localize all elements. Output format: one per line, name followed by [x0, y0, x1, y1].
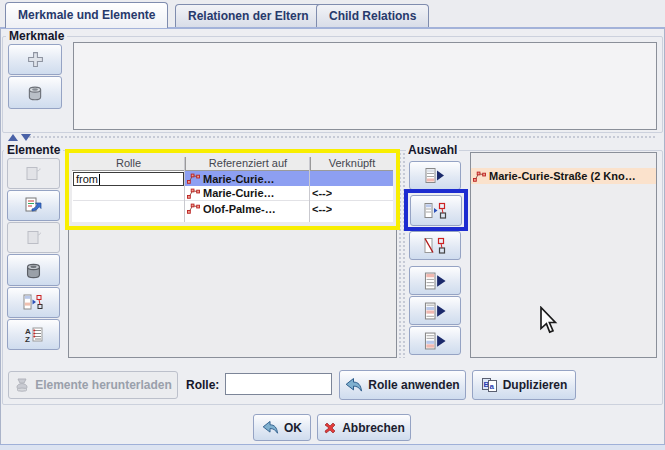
member-ref-cell[interactable]: Marie-Curie… — [185, 186, 310, 201]
svg-text:Z: Z — [25, 335, 30, 343]
member-link-label: <--> — [312, 187, 332, 199]
list-left-triangle-icon — [424, 167, 446, 184]
tab-child-relations[interactable]: Child Relations — [316, 4, 429, 27]
apply-role-label: Rolle anwenden — [368, 378, 459, 392]
add-selection-at-end-button[interactable] — [409, 326, 461, 355]
member-ref-label: Marie-Curie… — [203, 173, 275, 185]
remove-member-button[interactable] — [7, 254, 60, 286]
member-col-verknuepft[interactable]: Verknüpft — [310, 157, 393, 171]
role-label: Rolle: — [186, 378, 219, 392]
remove-selected-members-button[interactable] — [409, 231, 461, 260]
download-icon — [14, 377, 30, 393]
sort-members-button[interactable]: AZ — [7, 319, 60, 350]
list-triangle-graph-icon — [424, 202, 448, 220]
download-members-label: Elemente herunterladen — [35, 378, 172, 392]
splitter-collapse-down-icon[interactable] — [21, 134, 31, 141]
member-link-cell[interactable]: <--> — [310, 186, 393, 201]
merkmale-table — [73, 42, 657, 130]
member-ref-cell[interactable]: Olof-Palme-… — [185, 201, 310, 216]
cancel-button[interactable]: Abbrechen — [317, 414, 411, 441]
delete-tag-button[interactable] — [8, 76, 62, 109]
tab-merkmale-und-elemente[interactable]: Merkmale und Elemente — [5, 2, 168, 28]
auswahl-section-label: Auswahl — [406, 143, 459, 157]
trash-icon — [26, 84, 44, 102]
vertical-splitter[interactable] — [398, 152, 405, 358]
slash-graph-icon — [423, 237, 447, 254]
duplicate-icon: Ba — [481, 377, 498, 393]
member-role-cell[interactable] — [73, 186, 184, 201]
add-selection-at-top-button[interactable] — [409, 266, 461, 295]
way-icon — [187, 188, 200, 199]
member-col-referenziert-auf[interactable]: Referenziert auf — [185, 157, 310, 171]
way-icon — [187, 173, 200, 184]
document-arrow-icon — [24, 197, 43, 214]
elemente-section-label: Elemente — [4, 143, 63, 157]
way-icon — [473, 171, 486, 182]
apply-arrow-icon — [345, 377, 363, 393]
member-role-cell[interactable] — [73, 201, 184, 216]
cancel-label: Abbrechen — [342, 421, 405, 435]
duplicate-label: Duplizieren — [503, 378, 568, 392]
member-col-rolle[interactable]: Rolle — [72, 157, 185, 171]
member-link-cell[interactable] — [310, 171, 393, 186]
way-icon — [187, 203, 200, 214]
dialog-bottom-edge — [0, 444, 665, 450]
plus-icon — [27, 51, 44, 68]
add-selection-before-member-button[interactable] — [410, 195, 462, 226]
svg-text:a: a — [489, 382, 494, 391]
ok-label: OK — [284, 421, 302, 435]
member-link-label: <--> — [312, 203, 332, 215]
apply-role-button[interactable]: Rolle anwenden — [339, 370, 466, 400]
add-selection-middle-button[interactable] — [409, 296, 461, 325]
ok-arrow-icon — [262, 420, 279, 435]
download-members-button[interactable]: Elemente herunterladen — [8, 371, 178, 399]
duplicate-button[interactable]: Ba Duplizieren — [472, 370, 576, 400]
ok-button[interactable]: OK — [253, 414, 311, 441]
selection-row-label: Marie-Curie-Straße (2 Kno… — [489, 170, 636, 182]
relation-editor-dialog: Merkmale und Elemente Relationen der Elt… — [0, 0, 665, 450]
selection-table-row[interactable]: Marie-Curie-Straße (2 Kno… — [471, 168, 656, 184]
divider — [184, 157, 185, 222]
member-ref-label: Olof-Palme-… — [203, 203, 276, 215]
role-input[interactable] — [225, 373, 332, 395]
splitter-collapse-up-icon[interactable] — [8, 134, 18, 141]
list-left-triangle-icon — [423, 272, 447, 290]
horizontal-splitter[interactable] — [28, 135, 656, 139]
table-to-graph-icon — [23, 294, 44, 311]
text-caret — [99, 174, 100, 185]
sort-az-icon: AZ — [24, 326, 43, 343]
duplicate-member-button[interactable] — [7, 222, 60, 253]
add-selection-at-start-button[interactable] — [409, 161, 461, 190]
document-icon — [25, 230, 42, 246]
document-copy-icon — [25, 166, 42, 182]
role-editor-text: from — [76, 173, 98, 185]
paste-members-button[interactable] — [7, 190, 60, 221]
member-link-cell[interactable]: <--> — [310, 201, 393, 216]
select-members-in-map-button[interactable] — [7, 287, 60, 318]
divider — [309, 157, 310, 222]
member-ref-label: Marie-Curie… — [203, 187, 275, 199]
tab-relationen-der-eltern[interactable]: Relationen der Eltern — [175, 4, 322, 27]
merkmale-section-label: Merkmale — [6, 29, 67, 43]
cancel-x-icon — [323, 421, 337, 435]
trash-icon — [24, 261, 43, 280]
copy-members-button[interactable] — [7, 158, 60, 189]
list-left-triangle-icon — [423, 332, 447, 350]
list-left-triangle-icon — [423, 302, 447, 320]
add-tag-button[interactable] — [8, 44, 62, 75]
role-cell-editor[interactable]: from — [73, 172, 184, 186]
member-ref-cell[interactable]: Marie-Curie… — [185, 171, 310, 186]
